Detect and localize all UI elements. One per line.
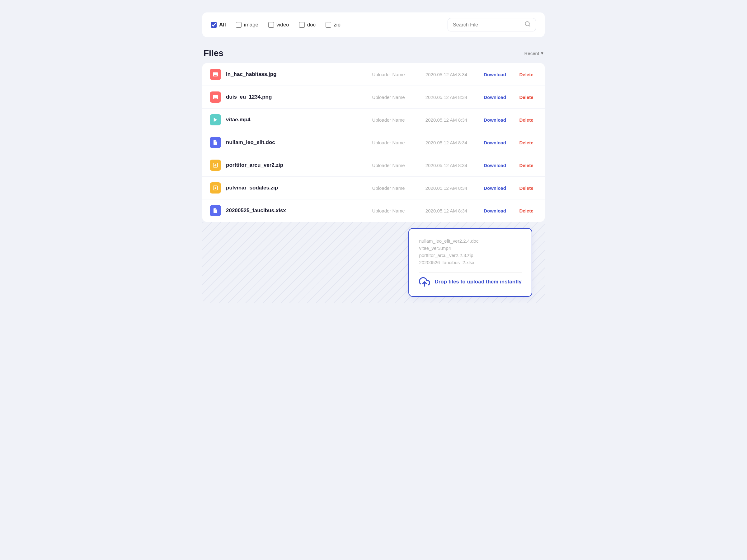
filter-all-checkbox[interactable] [211, 22, 216, 28]
download-button[interactable]: Download [479, 117, 511, 123]
pending-file-name: nullam_leo_elit_ver2.2.4.doc [419, 237, 522, 244]
main-container: All image video doc zip [202, 12, 545, 303]
pending-file-name: porttitor_arcu_ver2.2.3.zip [419, 252, 522, 259]
chevron-down-icon: ▾ [541, 50, 543, 56]
filter-zip-checkbox[interactable] [326, 22, 331, 28]
uploader-name: Uploader Name [364, 185, 413, 191]
filter-bar: All image video doc zip [202, 12, 545, 37]
filter-video[interactable]: video [268, 22, 289, 28]
file-name: pulvinar_sodales.zip [226, 185, 359, 191]
sort-label: Recent [524, 51, 539, 56]
file-type-icon [210, 182, 221, 193]
filter-zip-label[interactable]: zip [334, 22, 340, 28]
filter-all-label[interactable]: All [219, 22, 226, 28]
file-date: 2020.05.12 AM 8:34 [418, 140, 474, 145]
delete-button[interactable]: Delete [515, 185, 537, 191]
svg-marker-2 [214, 117, 217, 122]
drop-cta: Drop files to upload them instantly [419, 272, 522, 288]
drop-cta-text: Drop files to upload them instantly [435, 279, 522, 285]
download-button[interactable]: Download [479, 72, 511, 77]
delete-button[interactable]: Delete [515, 95, 537, 100]
file-name: vitae.mp4 [226, 117, 359, 123]
pending-file-name: vitae_ver3.mp4 [419, 244, 522, 252]
search-icon [524, 21, 531, 29]
file-name: 20200525_faucibus.xlsx [226, 208, 359, 214]
filter-video-checkbox[interactable] [268, 22, 274, 28]
filter-all[interactable]: All [211, 22, 226, 28]
file-date: 2020.05.12 AM 8:34 [418, 95, 474, 100]
file-type-icon [210, 205, 221, 216]
file-type-icon [210, 69, 221, 80]
download-button[interactable]: Download [479, 208, 511, 213]
table-row: 20200525_faucibus.xlsx Uploader Name 202… [202, 199, 545, 222]
file-date: 2020.05.12 AM 8:34 [418, 185, 474, 191]
file-type-icon [210, 114, 221, 125]
drop-card[interactable]: nullam_leo_elit_ver2.2.4.docvitae_ver3.m… [408, 228, 532, 297]
uploader-name: Uploader Name [364, 95, 413, 100]
delete-button[interactable]: Delete [515, 72, 537, 77]
download-button[interactable]: Download [479, 140, 511, 145]
download-button[interactable]: Download [479, 163, 511, 168]
table-row: vitae.mp4 Uploader Name 2020.05.12 AM 8:… [202, 109, 545, 131]
filter-image[interactable]: image [236, 22, 258, 28]
download-button[interactable]: Download [479, 95, 511, 100]
search-wrapper [447, 18, 536, 31]
file-type-icon [210, 137, 221, 148]
drop-card-files: nullam_leo_elit_ver2.2.4.docvitae_ver3.m… [419, 237, 522, 266]
filter-image-label[interactable]: image [244, 22, 258, 28]
uploader-name: Uploader Name [364, 140, 413, 145]
delete-button[interactable]: Delete [515, 163, 537, 168]
files-header: Files Recent ▾ [202, 48, 545, 58]
files-list: ln_hac_habitass.jpg Uploader Name 2020.0… [202, 63, 545, 222]
drop-zone-area[interactable]: nullam_leo_elit_ver2.2.4.docvitae_ver3.m… [202, 222, 545, 303]
upload-icon [419, 276, 430, 288]
file-date: 2020.05.12 AM 8:34 [418, 208, 474, 213]
file-type-icon [210, 91, 221, 103]
download-button[interactable]: Download [479, 185, 511, 191]
file-date: 2020.05.12 AM 8:34 [418, 72, 474, 77]
table-row: nullam_leo_elit.doc Uploader Name 2020.0… [202, 131, 545, 154]
svg-line-1 [529, 25, 530, 26]
filter-doc-checkbox[interactable] [299, 22, 305, 28]
filter-image-checkbox[interactable] [236, 22, 241, 28]
filter-doc-label[interactable]: doc [307, 22, 316, 28]
file-name: porttitor_arcu_ver2.zip [226, 162, 359, 168]
delete-button[interactable]: Delete [515, 117, 537, 123]
file-name: ln_hac_habitass.jpg [226, 71, 359, 77]
uploader-name: Uploader Name [364, 163, 413, 168]
file-name: duis_eu_1234.png [226, 94, 359, 100]
file-name: nullam_leo_elit.doc [226, 139, 359, 145]
table-row: pulvinar_sodales.zip Uploader Name 2020.… [202, 177, 545, 199]
uploader-name: Uploader Name [364, 117, 413, 123]
uploader-name: Uploader Name [364, 72, 413, 77]
delete-button[interactable]: Delete [515, 208, 537, 213]
search-input[interactable] [453, 22, 521, 28]
delete-button[interactable]: Delete [515, 140, 537, 145]
table-row: ln_hac_habitass.jpg Uploader Name 2020.0… [202, 63, 545, 86]
pending-file-name: 20200526_faucibus_2.xlsx [419, 259, 522, 266]
files-title: Files [204, 48, 224, 58]
filter-zip[interactable]: zip [326, 22, 340, 28]
table-row: duis_eu_1234.png Uploader Name 2020.05.1… [202, 86, 545, 109]
table-row: porttitor_arcu_ver2.zip Uploader Name 20… [202, 154, 545, 177]
filter-video-label[interactable]: video [276, 22, 289, 28]
uploader-name: Uploader Name [364, 208, 413, 213]
sort-button[interactable]: Recent ▾ [524, 50, 543, 56]
filter-doc[interactable]: doc [299, 22, 316, 28]
file-type-icon [210, 160, 221, 171]
file-date: 2020.05.12 AM 8:34 [418, 117, 474, 123]
file-date: 2020.05.12 AM 8:34 [418, 163, 474, 168]
